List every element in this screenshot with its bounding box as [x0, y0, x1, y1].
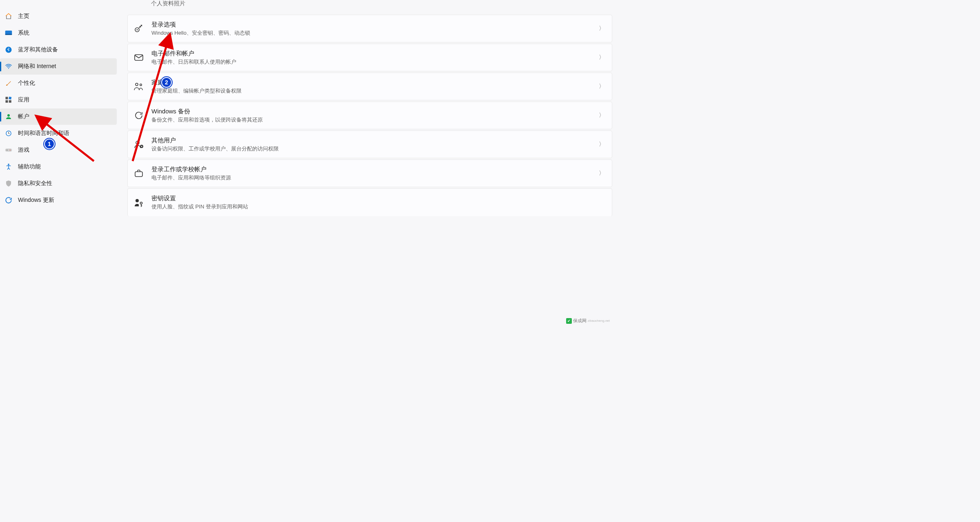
sidebar-item-bluetooth[interactable]: 蓝牙和其他设备: [0, 42, 117, 58]
update-icon: [5, 197, 12, 204]
partial-item-profile-photo: 个人资料照片: [127, 0, 612, 7]
svg-rect-11: [5, 148, 12, 152]
card-sub: Windows Hello、安全密钥、密码、动态锁: [151, 29, 599, 37]
sidebar-item-network[interactable]: 网络和 Internet: [0, 58, 117, 75]
settings-cards: 登录选项 Windows Hello、安全密钥、密码、动态锁 〉 电子邮件和帐户…: [127, 15, 612, 216]
apps-icon: [5, 96, 12, 104]
svg-rect-4: [6, 97, 8, 100]
sidebar-item-privacy[interactable]: 隐私和安全性: [0, 175, 117, 192]
svg-point-14: [8, 164, 9, 165]
passkey-icon: [133, 197, 144, 208]
watermark-shield-icon: ✔: [566, 318, 572, 324]
sidebar-item-label: Windows 更新: [18, 197, 54, 204]
sidebar-item-time-language[interactable]: 时间和语言时间和语: [0, 125, 117, 142]
home-icon: [5, 13, 12, 20]
chevron-right-icon: 〉: [599, 25, 604, 32]
wifi-icon: [5, 63, 12, 70]
svg-point-12: [7, 150, 7, 150]
card-email-accounts[interactable]: 电子邮件和帐户 电子邮件、日历和联系人使用的帐户 〉: [127, 44, 612, 71]
card-body: 登录选项 Windows Hello、安全密钥、密码、动态锁: [151, 21, 599, 37]
card-sub: 电子邮件、日历和联系人使用的帐户: [151, 58, 599, 66]
family-icon: [133, 81, 144, 92]
sidebar-item-accounts[interactable]: 帐户: [0, 108, 117, 125]
svg-point-19: [140, 84, 142, 86]
card-work-school[interactable]: 登录工作或学校帐户 电子邮件、应用和网络等组织资源 〉: [127, 159, 612, 187]
sidebar-item-label: 主页: [18, 13, 29, 20]
key-icon: [133, 23, 144, 34]
card-sign-in-options[interactable]: 登录选项 Windows Hello、安全密钥、密码、动态锁 〉: [127, 15, 612, 42]
backup-icon: [133, 110, 144, 121]
svg-rect-5: [9, 97, 11, 100]
sidebar-item-personalization[interactable]: 个性化: [0, 75, 117, 91]
card-other-users[interactable]: 其他用户 设备访问权限、工作或学校用户、展台分配的访问权限 〉: [127, 130, 612, 158]
card-sub: 设备访问权限、工作或学校用户、展台分配的访问权限: [151, 145, 599, 153]
svg-rect-22: [135, 172, 142, 177]
sidebar-item-label: 帐户: [18, 113, 29, 120]
sidebar-item-label: 蓝牙和其他设备: [18, 46, 58, 53]
watermark-text: 保成网: [573, 318, 587, 324]
sidebar-item-accessibility[interactable]: 辅助功能: [0, 159, 117, 175]
svg-point-23: [136, 199, 139, 202]
accessibility-icon: [5, 163, 12, 170]
svg-point-8: [7, 114, 10, 117]
card-body: Windows 备份 备份文件、应用和首选项，以便跨设备将其还原: [151, 108, 599, 124]
card-title: 密钥设置: [151, 195, 604, 202]
card-title: Windows 备份: [151, 108, 599, 115]
svg-rect-7: [9, 100, 11, 103]
card-sub: 电子邮件、应用和网络等组织资源: [151, 174, 599, 181]
bluetooth-icon: [5, 46, 12, 53]
account-icon: [5, 113, 12, 120]
card-title: 家庭: [151, 79, 599, 86]
card-family[interactable]: 家庭 管理家庭组、编辑帐户类型和设备权限 〉: [127, 73, 612, 100]
sidebar-item-label: 应用: [18, 96, 29, 104]
mail-icon: [133, 52, 144, 63]
sidebar: 主页 系统 蓝牙和其他设备 网络和 Internet 个性化 应用 帐户: [0, 0, 118, 209]
sidebar-item-windows-update[interactable]: Windows 更新: [0, 192, 117, 208]
svg-rect-1: [5, 34, 12, 35]
card-body: 电子邮件和帐户 电子邮件、日历和联系人使用的帐户: [151, 50, 599, 66]
sidebar-item-apps[interactable]: 应用: [0, 92, 117, 108]
svg-point-13: [10, 150, 11, 150]
sidebar-item-label: 隐私和安全性: [18, 180, 52, 187]
svg-point-3: [8, 68, 9, 69]
sidebar-item-home[interactable]: 主页: [0, 8, 117, 24]
svg-rect-6: [6, 100, 8, 103]
system-icon: [5, 29, 12, 37]
briefcase-icon: [133, 168, 144, 179]
sidebar-item-label: 辅助功能: [18, 163, 41, 170]
sidebar-item-label: 网络和 Internet: [18, 63, 56, 70]
sidebar-item-label: 个性化: [18, 80, 35, 87]
other-users-icon: [133, 139, 144, 150]
watermark-sub: zibaocheng.net: [588, 319, 610, 323]
card-sub: 使用人脸、指纹或 PIN 登录到应用和网站: [151, 203, 604, 210]
sidebar-item-label: 游戏: [18, 146, 29, 154]
chevron-right-icon: 〉: [599, 54, 604, 61]
card-body: 密钥设置 使用人脸、指纹或 PIN 登录到应用和网站: [151, 195, 604, 210]
svg-point-16: [137, 29, 138, 31]
card-sub: 管理家庭组、编辑帐户类型和设备权限: [151, 87, 599, 95]
svg-point-20: [136, 141, 139, 144]
sidebar-item-label: 时间和语言时间和语: [18, 130, 69, 137]
card-title: 登录工作或学校帐户: [151, 166, 599, 173]
clock-icon: [5, 130, 12, 137]
card-title: 电子邮件和帐户: [151, 50, 599, 58]
svg-point-24: [140, 202, 142, 204]
card-body: 家庭 管理家庭组、编辑帐户类型和设备权限: [151, 79, 599, 95]
card-sub: 备份文件、应用和首选项，以便跨设备将其还原: [151, 116, 599, 124]
card-windows-backup[interactable]: Windows 备份 备份文件、应用和首选项，以便跨设备将其还原 〉: [127, 102, 612, 129]
brush-icon: [5, 80, 12, 87]
chevron-right-icon: 〉: [599, 112, 604, 119]
sidebar-item-system[interactable]: 系统: [0, 25, 117, 41]
card-title: 登录选项: [151, 21, 599, 29]
card-body: 登录工作或学校帐户 电子邮件、应用和网络等组织资源: [151, 166, 599, 181]
chevron-right-icon: 〉: [599, 83, 604, 90]
chevron-right-icon: 〉: [599, 141, 604, 148]
card-passkey[interactable]: 密钥设置 使用人脸、指纹或 PIN 登录到应用和网站: [127, 188, 612, 216]
card-title: 其他用户: [151, 137, 599, 144]
svg-rect-17: [135, 55, 143, 60]
gamepad-icon: [5, 146, 12, 154]
sidebar-item-gaming[interactable]: 游戏: [0, 142, 117, 158]
watermark: ✔ 保成网 zibaocheng.net: [566, 318, 610, 324]
card-body: 其他用户 设备访问权限、工作或学校用户、展台分配的访问权限: [151, 137, 599, 153]
sidebar-item-label: 系统: [18, 29, 29, 37]
